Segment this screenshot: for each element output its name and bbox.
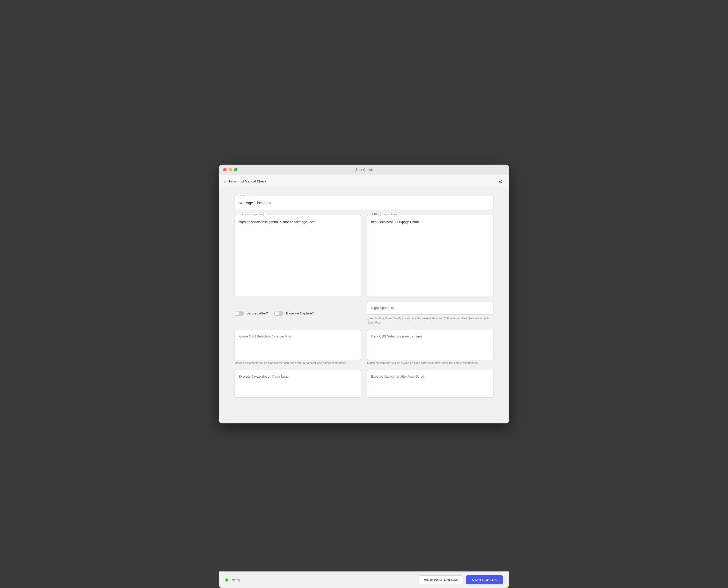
breadcrumb: ⌂ Home › ☑ Manual Check bbox=[224, 180, 266, 183]
name-input[interactable] bbox=[238, 200, 490, 206]
ignore-css-hint: Matching elements will be blanked on eac… bbox=[234, 361, 361, 365]
exec-js-load-fieldset bbox=[234, 370, 361, 398]
name-section: Name bbox=[234, 196, 494, 210]
left-urls-legend: URLs (one per line) bbox=[238, 213, 266, 216]
toggles-section: Before / After? Baseline Capture? bbox=[234, 302, 361, 325]
ignore-css-input[interactable] bbox=[238, 334, 357, 355]
js-row bbox=[234, 370, 494, 398]
breadcrumb-separator: › bbox=[238, 180, 239, 183]
home-link[interactable]: ⌂ Home bbox=[224, 180, 237, 183]
name-legend: Name bbox=[238, 194, 249, 197]
before-after-toggle[interactable] bbox=[234, 311, 244, 316]
gear-icon: ⚙ bbox=[499, 179, 503, 184]
titlebar: Shot Check bbox=[219, 165, 509, 175]
right-spoof-fieldset bbox=[367, 302, 494, 315]
baseline-capture-label: Baseline Capture? bbox=[286, 311, 314, 315]
right-urls-fieldset: URLs (one per line) bbox=[367, 215, 494, 297]
click-css-fieldset bbox=[367, 330, 494, 360]
breadcrumb-current-label: Manual Check bbox=[245, 180, 266, 183]
name-fieldset: Name bbox=[234, 196, 494, 210]
exec-js-load-input[interactable] bbox=[238, 375, 357, 393]
ignore-css-fieldset bbox=[234, 330, 361, 360]
css-selectors-row: Matching elements will be blanked on eac… bbox=[234, 330, 494, 365]
close-button[interactable] bbox=[223, 168, 227, 171]
settings-button[interactable]: ⚙ bbox=[498, 177, 504, 185]
click-css-section: Matching elements will be clicked on eac… bbox=[367, 330, 494, 365]
window-title: Shot Check bbox=[355, 168, 373, 172]
baseline-capture-toggle-group: Baseline Capture? bbox=[274, 311, 314, 316]
manual-check-icon: ☑ bbox=[241, 180, 244, 183]
home-label: Home bbox=[228, 180, 237, 183]
maximize-button[interactable] bbox=[234, 168, 237, 171]
exec-js-scroll-input[interactable] bbox=[371, 375, 490, 393]
ignore-css-section: Matching elements will be blanked on eac… bbox=[234, 330, 361, 365]
exec-js-scroll-fieldset bbox=[367, 370, 494, 398]
minimize-button[interactable] bbox=[229, 168, 232, 171]
right-spoof-section: Used by Blue/Green Verify to set the X-F… bbox=[367, 302, 494, 325]
traffic-lights bbox=[223, 168, 237, 171]
main-content: Name URLs (one per line) URLs (one per l… bbox=[219, 188, 509, 423]
left-urls-fieldset: URLs (one per line) bbox=[234, 215, 361, 297]
urls-row: URLs (one per line) URLs (one per line) bbox=[234, 215, 494, 297]
before-after-label: Before / After? bbox=[247, 311, 268, 315]
home-icon: ⌂ bbox=[224, 180, 226, 183]
app-window: Shot Check ⌂ Home › ☑ Manual Check ⚙ Nam… bbox=[219, 165, 509, 423]
right-spoof-hint: Used by Blue/Green Verify to set the X-F… bbox=[367, 316, 494, 325]
click-css-hint: Matching elements will be clicked on eac… bbox=[367, 361, 494, 365]
breadcrumb-current: ☑ Manual Check bbox=[241, 180, 266, 183]
right-spoof-input[interactable] bbox=[371, 305, 490, 311]
right-urls-legend: URLs (one per line) bbox=[371, 213, 398, 216]
left-urls-input[interactable] bbox=[238, 219, 357, 292]
toggles-spoof-row: Before / After? Baseline Capture? Used b… bbox=[234, 302, 494, 325]
click-css-input[interactable] bbox=[371, 334, 490, 355]
before-after-toggle-group: Before / After? bbox=[234, 311, 268, 316]
right-urls-input[interactable] bbox=[371, 219, 490, 292]
baseline-capture-toggle[interactable] bbox=[274, 311, 284, 316]
navbar: ⌂ Home › ☑ Manual Check ⚙ bbox=[219, 175, 509, 188]
